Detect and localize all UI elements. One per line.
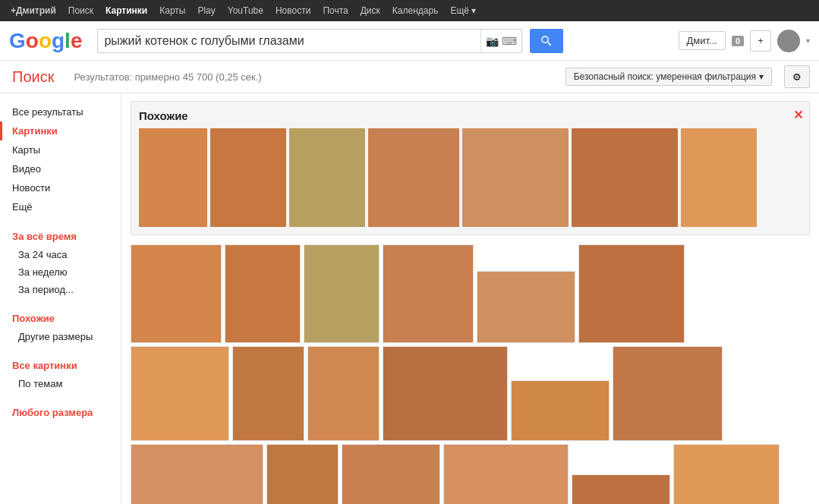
similar-close-button[interactable]: ✕ [793,108,803,122]
sidebar-item-more[interactable]: Ещё [0,197,121,216]
search-label: Поиск [12,68,54,86]
image-thumb[interactable] [578,244,685,343]
topbar-user[interactable]: +Дмитрий [6,0,61,21]
similar-panel: Похожие ✕ [131,101,810,235]
image-thumb[interactable] [131,244,222,343]
similar-image-7[interactable] [681,128,757,227]
similar-image-1[interactable] [139,128,207,227]
sidebar-section-allimages: Все картинки По темам [0,356,121,392]
image-thumb[interactable] [511,380,610,441]
image-thumb[interactable] [673,444,780,504]
sidebar-section-time: За всё время За 24 часа За неделю За пер… [0,227,121,298]
keyboard-icon[interactable]: ⌨ [502,35,517,47]
google-logo[interactable]: Google [9,29,82,53]
sidebar-header-похожие[interactable]: Похожие [0,309,121,328]
avatar-icon [778,30,799,52]
image-grid [131,244,810,504]
main: Все результаты Картинки Карты Видео Ново… [0,93,819,504]
topbar-search[interactable]: Поиск [64,0,98,21]
image-row-1 [131,244,810,343]
image-thumb[interactable] [131,346,229,441]
notification-count[interactable]: 0 [732,36,744,46]
similar-image-4[interactable] [368,128,459,227]
search-icon [540,34,553,48]
image-row-2 [131,346,810,441]
image-thumb[interactable] [477,271,575,343]
results-count: Результатов: примерно 45 700 (0,25 сек.) [74,71,553,83]
sidebar-subitem-24h[interactable]: За 24 часа [0,246,121,263]
image-thumb[interactable] [131,444,263,504]
search-icon-group: 📷 ⌨ [480,30,521,52]
svg-point-1 [781,46,796,52]
plus-button[interactable]: + [750,30,771,52]
sidebar-subitem-period[interactable]: За период... [0,281,121,298]
sidebar-item-all[interactable]: Все результаты [0,102,121,121]
sidebar-item-news[interactable]: Новости [0,178,121,197]
sidebar-subitem-week[interactable]: За неделю [0,263,121,281]
image-thumb[interactable] [443,444,569,504]
sidebar-subitem-othersizes[interactable]: Другие размеры [0,328,121,345]
search-toolbar: Поиск Результатов: примерно 45 700 (0,25… [0,61,819,93]
header-right: Дмит... 0 + ▾ [679,30,810,52]
sidebar-section-anysize: Любого размера [0,403,121,422]
content: Похожие ✕ [121,93,819,504]
image-thumb[interactable] [232,346,304,441]
topbar-calendar[interactable]: Календарь [388,0,443,21]
topbar-disk[interactable]: Диск [356,0,385,21]
similar-images-row [139,128,802,227]
similar-image-5[interactable] [462,128,569,227]
image-thumb[interactable] [383,346,508,441]
sidebar-item-maps[interactable]: Карты [0,140,121,159]
username-button[interactable]: Дмит... [679,31,726,50]
sidebar-header-anysize[interactable]: Любого размера [0,403,121,422]
topbar-karty[interactable]: Карты [155,0,190,21]
image-row-3 [131,444,810,504]
image-thumb[interactable] [304,244,380,343]
logo-o1: o [26,29,39,52]
topbar-kartinki[interactable]: Картинки [101,0,152,21]
sidebar-header-allimages[interactable]: Все картинки [0,356,121,375]
topbar-youtube[interactable]: YouTube [223,0,268,21]
image-thumb[interactable] [572,474,670,504]
safe-search-label: Безопасный поиск: умеренная фильтрация [574,71,756,82]
avatar[interactable] [777,30,800,52]
safe-search-arrow: ▾ [759,71,764,82]
search-input[interactable] [98,34,480,48]
sidebar-item-images[interactable]: Картинки [0,121,121,140]
topbar: +Дмитрий Поиск Картинки Карты Play YouTu… [0,0,819,21]
image-thumb[interactable] [383,244,474,343]
camera-icon[interactable]: 📷 [486,35,499,47]
avatar-dropdown-arrow[interactable]: ▾ [806,36,810,45]
sidebar-section-similar: Похожие Другие размеры [0,309,121,345]
topbar-pochta[interactable]: Почта [318,0,352,21]
similar-title: Похожие [139,109,802,122]
similar-image-3[interactable] [289,128,365,227]
sidebar-section-nav: Все результаты Картинки Карты Видео Ново… [0,102,121,216]
image-thumb[interactable] [307,346,380,441]
image-thumb[interactable] [613,346,723,441]
logo-l: l [65,29,71,52]
search-bar: 📷 ⌨ [97,29,522,53]
topbar-novosti[interactable]: Новости [271,0,315,21]
sidebar-subitem-bytheme[interactable]: По темам [0,375,121,392]
svg-point-0 [784,33,793,43]
gear-icon: ⚙ [792,71,802,83]
header: Google 📷 ⌨ Дмит... 0 + ▾ [0,21,819,61]
similar-image-2[interactable] [210,128,286,227]
image-thumb[interactable] [342,444,440,504]
similar-image-6[interactable] [572,128,678,227]
settings-button[interactable]: ⚙ [784,65,810,88]
safe-search-button[interactable]: Безопасный поиск: умеренная фильтрация ▾ [565,68,772,86]
image-thumb[interactable] [266,444,339,504]
search-button[interactable] [530,29,563,53]
topbar-play[interactable]: Play [193,0,219,21]
image-thumb[interactable] [225,244,301,343]
logo-e: e [71,29,83,52]
logo-o2: o [39,29,52,52]
topbar-more[interactable]: Ещё ▾ [446,0,480,21]
logo-g1: G [9,29,26,52]
sidebar: Все результаты Картинки Карты Видео Ново… [0,93,121,504]
logo-g2: g [52,29,65,52]
sidebar-header-alltime[interactable]: За всё время [0,227,121,246]
sidebar-item-video[interactable]: Видео [0,159,121,178]
